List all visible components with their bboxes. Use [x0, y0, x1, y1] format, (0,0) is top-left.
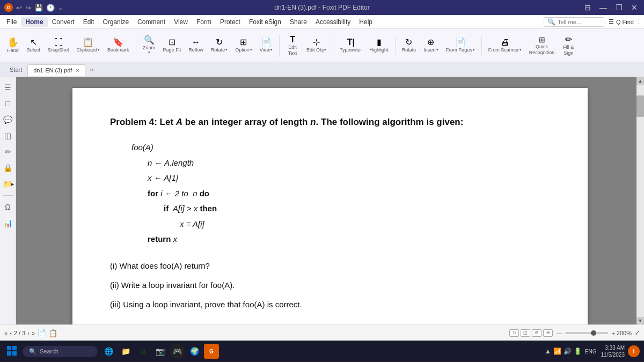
- scroll-right-btn[interactable]: ›: [92, 67, 94, 73]
- find-btn[interactable]: Q Find: [616, 19, 634, 25]
- layout-btn[interactable]: ⊟: [582, 2, 593, 13]
- menu-foxitsign[interactable]: Foxit eSign: [245, 17, 286, 27]
- undo-btn[interactable]: ↩: [16, 4, 22, 12]
- nav-prev-btn[interactable]: ‹: [10, 330, 12, 336]
- scroll-page-btn[interactable]: ☰: [543, 329, 553, 337]
- history-btn[interactable]: 🕐: [46, 4, 55, 12]
- double-page-btn[interactable]: ◫: [521, 329, 530, 337]
- sidebar-icon-comments[interactable]: 💬: [2, 114, 14, 125]
- tab-pdf[interactable]: dn1-EN (3).pdf ✕: [27, 64, 85, 76]
- tray-volume-icon[interactable]: 🔊: [564, 348, 572, 355]
- tool-viewmode[interactable]: 📄 View ▾: [257, 36, 276, 55]
- tool-pagefit[interactable]: ⊡ Page Fit: [160, 36, 185, 55]
- taskbar-icon-file[interactable]: 📁: [118, 344, 133, 359]
- tool-clipboard[interactable]: 📋 Clipboard ▾: [74, 36, 104, 55]
- tab-close-btn[interactable]: ✕: [75, 68, 79, 73]
- scroll-up-btn[interactable]: ▲: [636, 77, 644, 85]
- extra-menu-btn[interactable]: ⋮: [636, 18, 642, 25]
- save-btn[interactable]: 💾: [34, 4, 43, 12]
- menu-comment[interactable]: Comment: [133, 17, 170, 27]
- menu-form[interactable]: Form: [192, 17, 216, 27]
- sidebar-icon-files[interactable]: 📁 ▶: [2, 178, 14, 190]
- menu-accessibility[interactable]: Accessibility: [311, 17, 355, 27]
- menu-share[interactable]: Share: [286, 17, 311, 27]
- taskbar-icon-spotify[interactable]: ♫: [135, 344, 150, 359]
- left-sidebar: ☰ □ 💬 ◫ ✏ 🔒 📁 ▶ Ω 📊: [0, 77, 16, 324]
- nav-start-btn[interactable]: «: [4, 330, 8, 336]
- nav-next-btn[interactable]: ›: [27, 330, 30, 336]
- menu-view[interactable]: View: [170, 17, 192, 27]
- tool-scanner[interactable]: 🖨 From Scanner ▾: [485, 36, 525, 55]
- menu-search-input[interactable]: [558, 19, 601, 25]
- taskbar-icon-game[interactable]: 🎮: [170, 344, 185, 359]
- tool-rotate-pages[interactable]: ↻ Rotate: [399, 36, 420, 55]
- tool-select[interactable]: ↖ Select: [24, 36, 43, 55]
- taskbar-search-box[interactable]: 🔍 Search: [23, 346, 98, 357]
- nav-double-btn[interactable]: »: [32, 330, 35, 336]
- tool-snapshot[interactable]: ⛶ SnapShot: [45, 36, 72, 55]
- tool-frompages[interactable]: 📄 From Pages ▾: [443, 36, 478, 55]
- pdf-area[interactable]: ▲ ▼ Problem 4: Let A be an integer array…: [16, 77, 644, 324]
- clock-display[interactable]: 3:33 AM 11/5/2023: [601, 344, 625, 358]
- sidebar-divider: [3, 195, 13, 196]
- menu-organize[interactable]: Organize: [98, 17, 133, 27]
- sidebar-icon-pages[interactable]: □: [2, 98, 14, 109]
- menu-help[interactable]: Help: [355, 17, 377, 27]
- taskbar-icon-pdf[interactable]: G: [204, 344, 219, 359]
- tool-highlight[interactable]: ▮ Highlight: [367, 36, 392, 55]
- sidebar-icon-nav[interactable]: ☰: [2, 82, 14, 93]
- if-keyword: if: [164, 204, 169, 213]
- sidebar-icon-edit[interactable]: ✏: [2, 146, 14, 158]
- sidebar-icon-security[interactable]: 🔒: [2, 162, 14, 174]
- menu-extra-btn[interactable]: ⌄: [58, 4, 63, 11]
- tool-hand[interactable]: ✋ Hand: [3, 35, 23, 55]
- zoom-fit-btn[interactable]: ⤢: [635, 329, 640, 336]
- user-avatar[interactable]: i: [628, 345, 640, 357]
- close-btn[interactable]: ✕: [629, 2, 640, 13]
- taskbar-icon-browser[interactable]: 🌍: [187, 344, 202, 359]
- zoom-thumb[interactable]: [591, 330, 596, 336]
- pdf-content: Problem 4: Let A be an integer array of …: [110, 115, 550, 313]
- toolbar-group-view: 🔍 Zoom ▾ ⊡ Page Fit ↔ Reflow ↻ Rotate ▾ …: [140, 34, 280, 57]
- grid-page-btn[interactable]: ⊞: [532, 329, 541, 337]
- menu-edit[interactable]: Edit: [79, 17, 99, 27]
- menu-protect[interactable]: Protect: [216, 17, 245, 27]
- find-label[interactable]: ☰: [609, 18, 614, 25]
- minimize-btn[interactable]: —: [597, 2, 609, 13]
- tool-editobject[interactable]: ⊹ Edit Obj ▾: [303, 36, 330, 55]
- menu-convert[interactable]: Convert: [48, 17, 79, 27]
- tool-zoom[interactable]: 🔍 Zoom ▾: [140, 34, 159, 57]
- tool-edittext[interactable]: T Edit Text: [283, 33, 302, 58]
- tool-fillsign[interactable]: ✏ Fill & Sign: [559, 33, 578, 58]
- sidebar-icon-layers[interactable]: ◫: [2, 130, 14, 142]
- scroll-thumb[interactable]: [636, 95, 644, 117]
- tab-start[interactable]: Start: [4, 64, 27, 75]
- menu-file[interactable]: File: [2, 17, 21, 27]
- tray-wifi-icon[interactable]: 📶: [553, 348, 561, 355]
- zoom-slider[interactable]: [565, 332, 608, 334]
- menu-home[interactable]: Home: [21, 17, 47, 27]
- taskbar-icon-apps[interactable]: 🌐: [101, 344, 116, 359]
- menu-search-box[interactable]: 🔍: [544, 17, 604, 27]
- tool-option[interactable]: ⊞ Option ▾: [232, 36, 255, 55]
- tool-recognition[interactable]: ⊞ Quick Recognition: [526, 34, 558, 57]
- start-button[interactable]: [4, 343, 19, 360]
- tool-reflow[interactable]: ↔ Reflow: [185, 36, 207, 55]
- tool-typewriter[interactable]: T| Typewriter: [336, 36, 365, 55]
- tray-battery-icon[interactable]: 🔋: [574, 348, 582, 355]
- taskbar-icon-camera[interactable]: 📷: [152, 344, 167, 359]
- scroll-down-btn[interactable]: ▼: [636, 317, 644, 324]
- single-page-btn[interactable]: □: [509, 329, 519, 337]
- tool-bookmark[interactable]: 🔖 Bookmark: [104, 36, 133, 55]
- sidebar-icon-omega[interactable]: Ω: [2, 201, 14, 213]
- tray-icon-1[interactable]: ▲: [545, 348, 551, 355]
- edittext-icon: T: [290, 35, 295, 44]
- sidebar-icon-charts[interactable]: 📊: [2, 217, 14, 229]
- nav-page-icon2[interactable]: 📋: [48, 329, 57, 337]
- tool-rotate[interactable]: ↻ Rotate ▾: [208, 36, 231, 55]
- nav-page-icon1[interactable]: 📄: [37, 329, 46, 337]
- tool-insert[interactable]: ⊕ Insert ▾: [420, 36, 442, 55]
- maximize-btn[interactable]: ❐: [613, 2, 625, 13]
- title-bar-controls: ⊟ — ❐ ✕: [582, 2, 640, 13]
- redo-btn[interactable]: ↪: [25, 4, 31, 12]
